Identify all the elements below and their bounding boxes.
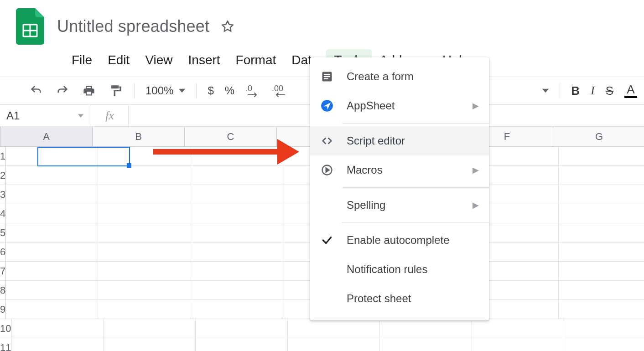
cell[interactable]: [288, 319, 380, 338]
column-header[interactable]: A: [0, 127, 93, 147]
cell[interactable]: [564, 319, 644, 338]
name-box[interactable]: A1: [0, 105, 91, 126]
blank-icon: [320, 263, 334, 276]
cell[interactable]: [98, 243, 190, 262]
fill-handle[interactable]: [127, 163, 131, 168]
cell[interactable]: [6, 262, 98, 281]
sheets-logo-icon[interactable]: [16, 8, 44, 45]
row-header[interactable]: 1: [0, 147, 6, 166]
cell[interactable]: [6, 300, 98, 319]
cell[interactable]: [559, 204, 644, 223]
row-header[interactable]: 7: [0, 262, 6, 281]
cell[interactable]: [98, 204, 190, 223]
cell[interactable]: [104, 338, 196, 351]
menu-item-spelling[interactable]: Spelling ▶: [310, 191, 489, 220]
menu-insert[interactable]: Insert: [181, 49, 228, 71]
cell[interactable]: [190, 262, 282, 281]
cell[interactable]: [98, 300, 190, 319]
text-color-button[interactable]: A: [624, 83, 637, 98]
cell[interactable]: [564, 338, 644, 351]
redo-button[interactable]: [55, 83, 70, 98]
cell[interactable]: [472, 338, 564, 351]
cell[interactable]: [559, 300, 644, 319]
cell[interactable]: [472, 319, 564, 338]
column-header[interactable]: B: [93, 127, 185, 147]
menu-format[interactable]: Format: [228, 49, 284, 71]
menu-file[interactable]: File: [64, 49, 100, 71]
row-header[interactable]: 5: [0, 223, 6, 243]
format-percent-button[interactable]: %: [225, 84, 234, 97]
cell[interactable]: [11, 319, 104, 338]
italic-button[interactable]: I: [591, 84, 595, 98]
cell[interactable]: [190, 223, 282, 243]
cell[interactable]: [98, 281, 190, 300]
row-header[interactable]: 9: [0, 300, 6, 319]
undo-button[interactable]: [28, 83, 44, 98]
cell[interactable]: [98, 185, 190, 204]
menu-item-notification-rules[interactable]: Notification rules: [310, 255, 489, 284]
cell[interactable]: [559, 281, 644, 300]
strikethrough-button[interactable]: S: [606, 84, 613, 98]
menu-item-macros[interactable]: Macros ▶: [310, 155, 489, 185]
menu-item-script-editor[interactable]: Script editor: [310, 126, 489, 155]
zoom-dropdown[interactable]: 100%: [145, 84, 185, 97]
cell[interactable]: [559, 243, 644, 262]
cell[interactable]: [559, 262, 644, 281]
menu-item-label: AppSheet: [347, 99, 460, 112]
menu-item-create-form[interactable]: Create a form: [310, 62, 489, 91]
row-header[interactable]: 3: [0, 185, 6, 204]
column-header[interactable]: G: [553, 127, 644, 147]
cell[interactable]: [6, 281, 98, 300]
cell[interactable]: [288, 338, 380, 351]
title-row: Untitled spreadsheet: [0, 0, 644, 45]
menu-item-appsheet[interactable]: AppSheet ▶: [310, 91, 489, 120]
menu-item-enable-autocomplete[interactable]: Enable autocomplete: [310, 226, 489, 255]
cell[interactable]: [190, 166, 282, 185]
row-header[interactable]: 2: [0, 166, 6, 185]
cell[interactable]: [190, 300, 282, 319]
row-header[interactable]: 4: [0, 204, 6, 223]
cell[interactable]: [6, 147, 98, 166]
cell[interactable]: [104, 319, 196, 338]
row-header[interactable]: 10: [0, 319, 11, 338]
cell[interactable]: [190, 243, 282, 262]
document-title[interactable]: Untitled spreadsheet: [57, 17, 209, 36]
cell[interactable]: [6, 243, 98, 262]
cell[interactable]: [6, 223, 98, 243]
cell[interactable]: [196, 338, 288, 351]
paint-format-button[interactable]: [108, 83, 123, 98]
star-icon[interactable]: [220, 19, 235, 34]
cell[interactable]: [190, 147, 282, 166]
cell[interactable]: [6, 166, 98, 185]
bold-button[interactable]: B: [571, 84, 580, 98]
menu-item-protect-sheet[interactable]: Protect sheet: [310, 284, 489, 313]
cell[interactable]: [190, 204, 282, 223]
decrease-decimal-button[interactable]: .0: [245, 83, 261, 98]
format-currency-button[interactable]: $: [208, 84, 213, 97]
row-header[interactable]: 11: [0, 338, 11, 351]
increase-decimal-button[interactable]: .00: [272, 83, 293, 98]
cell[interactable]: [190, 281, 282, 300]
cell[interactable]: [380, 338, 472, 351]
print-button[interactable]: [81, 83, 97, 98]
cell[interactable]: [98, 262, 190, 281]
row-header[interactable]: 8: [0, 281, 6, 300]
menu-edit[interactable]: Edit: [100, 49, 137, 71]
row-header[interactable]: 6: [0, 243, 6, 262]
cell[interactable]: [196, 319, 288, 338]
cell[interactable]: [98, 147, 190, 166]
cell[interactable]: [559, 166, 644, 185]
cell[interactable]: [559, 185, 644, 204]
cell[interactable]: [559, 223, 644, 243]
cell[interactable]: [6, 204, 98, 223]
cell[interactable]: [98, 223, 190, 243]
column-header[interactable]: C: [185, 127, 277, 147]
menu-view[interactable]: View: [137, 49, 180, 71]
chevron-down-icon[interactable]: [542, 88, 549, 94]
cell[interactable]: [380, 319, 472, 338]
cell[interactable]: [559, 147, 644, 166]
cell[interactable]: [98, 166, 190, 185]
cell[interactable]: [190, 185, 282, 204]
cell[interactable]: [6, 185, 98, 204]
cell[interactable]: [11, 338, 104, 351]
